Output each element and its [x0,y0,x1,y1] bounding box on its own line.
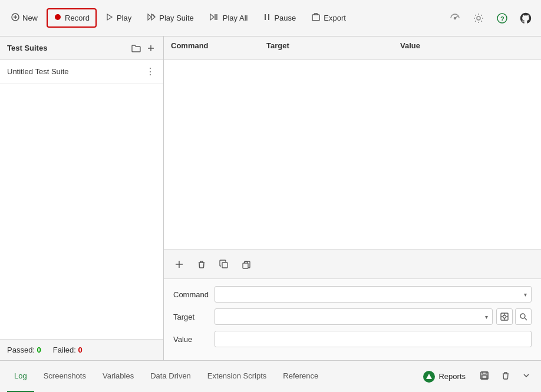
list-item[interactable]: Untitled Test Suite ⋮ [0,60,163,84]
play-button[interactable]: Play [99,9,138,27]
target-select[interactable] [215,308,493,325]
expand-button[interactable] [519,369,534,384]
tab-variables[interactable]: Variables [95,361,141,392]
col-value-header: Value [400,41,534,55]
export-icon [311,13,321,23]
svg-point-15 [454,17,456,19]
tab-log[interactable]: Log [7,361,34,392]
command-label: Command [173,290,215,299]
svg-line-33 [525,318,527,321]
new-icon [11,13,19,23]
tab-screenshots[interactable]: Screenshots [37,361,93,392]
export-label: Export [324,14,346,22]
add-command-button[interactable] [171,257,187,271]
toolbar-right-icons: ? [444,8,536,29]
play-all-button[interactable]: Play All [203,9,255,27]
svg-text:?: ? [500,15,504,22]
delete-command-button[interactable] [193,257,210,271]
test-suites-header-icons [130,43,156,54]
new-button[interactable]: New [5,9,44,27]
value-label: Value [173,335,215,344]
tab-extension-scripts-label: Extension Scripts [207,371,266,380]
bottom-tabs-right: Reports [417,367,534,386]
speed-icon-button[interactable] [444,8,466,29]
main-area: Test Suites Untitled Test Suite ⋮ [0,36,541,360]
reports-icon [423,371,435,383]
settings-icon-button[interactable] [468,8,489,29]
svg-marker-4 [107,14,112,20]
reports-button[interactable]: Reports [417,367,471,386]
tab-screenshots-label: Screenshots [44,371,86,380]
record-icon [54,13,62,23]
command-row: Command ▾ [173,286,532,303]
tab-log-label: Log [14,371,27,380]
pause-label: Pause [274,14,296,22]
play-all-icon [209,13,220,23]
tab-data-driven-label: Data Driven [150,371,191,380]
pause-button[interactable]: Pause [256,9,302,27]
svg-rect-13 [312,15,319,21]
suite-item-name: Untitled Test Suite [7,67,144,76]
test-suites-title: Test Suites [7,44,130,52]
tab-reference[interactable]: Reference [276,361,325,392]
svg-point-27 [503,315,506,318]
value-row: Value [173,331,532,347]
play-suite-button[interactable]: Play Suite [140,9,200,27]
reports-label: Reports [438,372,466,381]
svg-marker-8 [210,14,214,20]
svg-rect-25 [243,263,248,268]
commands-toolbar [164,249,541,278]
play-suite-label: Play Suite [159,14,194,22]
tab-data-driven[interactable]: Data Driven [143,361,198,392]
svg-point-32 [520,314,525,318]
play-suite-icon [147,13,156,23]
bottom-tabs: Log Screenshots Variables Data Driven Ex… [0,360,541,392]
main-toolbar: New Record Play Play Suite [0,0,541,36]
command-input-wrapper: ▾ [215,286,532,303]
delete-suite-button[interactable] [497,368,514,385]
export-button[interactable]: Export [305,9,352,27]
svg-marker-34 [426,374,432,379]
help-icon-button[interactable]: ? [491,8,513,29]
left-panel: Test Suites Untitled Test Suite ⋮ [0,36,164,360]
paste-command-button[interactable] [238,257,255,271]
commands-table-body [164,60,541,249]
value-input[interactable] [215,331,532,347]
command-editor: Command ▾ Target ▾ [164,278,541,360]
tab-extension-scripts[interactable]: Extension Scripts [200,361,273,392]
target-actions [496,308,532,325]
tab-reference-label: Reference [283,371,318,380]
target-row: Target ▾ [173,308,532,325]
target-pick-button[interactable] [496,308,513,325]
command-select[interactable] [215,286,532,303]
play-all-label: Play All [223,14,248,22]
new-folder-button[interactable] [130,43,142,54]
col-target-header: Target [266,41,400,55]
value-input-wrapper [215,331,532,347]
duplicate-command-button[interactable] [216,257,232,271]
target-input-wrapper: ▾ [215,308,493,325]
add-suite-button[interactable] [146,43,156,54]
pause-icon [263,13,271,23]
svg-point-3 [55,14,61,20]
play-label: Play [117,14,131,22]
svg-rect-23 [222,263,227,268]
target-search-button[interactable] [515,308,532,325]
commands-table-header: Command Target Value [164,36,541,60]
svg-point-16 [477,16,480,20]
play-icon [105,13,114,23]
passed-status: Passed: 0 [7,346,41,354]
record-label: Record [65,14,90,22]
col-command-header: Command [171,41,266,55]
target-label: Target [173,313,215,321]
github-icon-button[interactable] [515,8,536,29]
suite-list: Untitled Test Suite ⋮ [0,60,163,339]
record-button[interactable]: Record [47,8,97,28]
tab-variables-label: Variables [103,371,134,380]
save-button[interactable] [476,368,493,385]
svg-marker-5 [148,14,151,20]
suite-item-menu-button[interactable]: ⋮ [144,66,156,77]
new-label: New [22,14,38,22]
right-panel: Command Target Value [164,36,541,360]
failed-status: Failed: 0 [53,346,83,354]
